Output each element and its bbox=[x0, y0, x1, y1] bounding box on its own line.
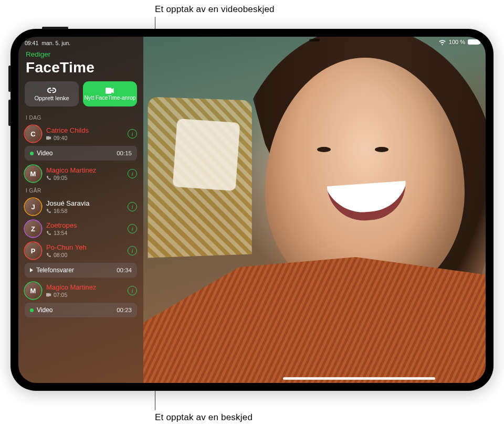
call-meta: 13:54 bbox=[46, 230, 123, 236]
action-buttons-row: Opprett lenke Nytt FaceTime-anrop bbox=[18, 81, 143, 112]
avatar: M bbox=[25, 282, 41, 299]
play-icon bbox=[30, 268, 33, 272]
status-time: 09:41 bbox=[25, 40, 38, 46]
battery-icon bbox=[468, 39, 479, 45]
video-message-label: Video bbox=[37, 306, 113, 314]
call-row[interactable]: P Po-Chun Yeh 08:00 i bbox=[18, 240, 143, 262]
ipad-screen: 09:41 man. 5. jun. Rediger FaceTime Oppr… bbox=[18, 37, 486, 383]
multitask-pill[interactable] bbox=[309, 39, 320, 41]
status-date: man. 5. jun. bbox=[41, 40, 70, 46]
create-link-button[interactable]: Opprett lenke bbox=[25, 81, 79, 106]
unread-dot-icon bbox=[30, 152, 34, 155]
callout-audio-message: Et opptak av en beskjed bbox=[155, 412, 253, 423]
status-bar-left: 09:41 man. 5. jun. bbox=[18, 37, 143, 46]
video-icon bbox=[46, 293, 51, 297]
battery-label: 100 % bbox=[449, 39, 465, 45]
video-message-label: Video bbox=[37, 150, 113, 157]
volume-up-button bbox=[8, 66, 11, 92]
info-button[interactable]: i bbox=[128, 169, 137, 178]
status-bar-right: 100 % bbox=[438, 39, 479, 45]
preview-eye bbox=[375, 147, 388, 152]
volume-down-button bbox=[8, 100, 11, 126]
call-time: 09:05 bbox=[54, 175, 67, 181]
call-time: 16:58 bbox=[54, 208, 67, 214]
phone-icon bbox=[46, 209, 51, 213]
facetime-sidebar: 09:41 man. 5. jun. Rediger FaceTime Oppr… bbox=[18, 37, 143, 383]
phone-icon bbox=[46, 176, 51, 180]
power-button bbox=[42, 27, 68, 29]
new-facetime-button[interactable]: Nytt FaceTime-anrop bbox=[83, 81, 137, 106]
info-button[interactable]: i bbox=[128, 246, 137, 255]
call-row[interactable]: C Catrice Childs 09:40 i bbox=[18, 123, 143, 145]
avatar: J bbox=[25, 198, 41, 215]
voicemail-duration: 00:34 bbox=[117, 267, 132, 273]
call-time: 13:54 bbox=[54, 230, 67, 236]
call-row[interactable]: J Josué Saravia 16:58 i bbox=[18, 196, 143, 218]
call-name: Zoetropes bbox=[46, 221, 123, 229]
call-meta: 09:40 bbox=[46, 135, 123, 141]
video-icon bbox=[46, 136, 51, 140]
call-row[interactable]: M Magico Martinez 07:05 i bbox=[18, 280, 143, 302]
video-message-duration: 00:23 bbox=[117, 307, 132, 313]
avatar: Z bbox=[25, 220, 41, 237]
call-name: Magico Martinez bbox=[46, 283, 123, 291]
call-time: 08:00 bbox=[54, 252, 67, 258]
camera-preview: 100 % bbox=[143, 37, 486, 383]
call-row[interactable]: M Magico Martinez 09:05 i bbox=[18, 163, 143, 185]
page-title: FaceTime bbox=[18, 58, 143, 81]
call-meta: 07:05 bbox=[46, 292, 123, 298]
wifi-icon bbox=[438, 39, 446, 45]
phone-icon bbox=[46, 231, 51, 235]
callout-video-message: Et opptak av en videobeskjed bbox=[155, 4, 275, 15]
call-time: 09:40 bbox=[54, 135, 67, 141]
ipad-device-frame: 09:41 man. 5. jun. Rediger FaceTime Oppr… bbox=[10, 29, 494, 391]
call-meta: 08:00 bbox=[46, 252, 123, 258]
video-icon bbox=[106, 87, 114, 94]
info-button[interactable]: i bbox=[128, 286, 137, 295]
create-link-label: Opprett lenke bbox=[34, 95, 69, 101]
preview-cushion bbox=[173, 119, 240, 191]
call-meta: 09:05 bbox=[46, 175, 123, 181]
info-button[interactable]: i bbox=[128, 129, 137, 138]
call-name: Magico Martinez bbox=[46, 166, 123, 174]
edit-button[interactable]: Rediger bbox=[18, 46, 143, 58]
preview-eye bbox=[317, 147, 331, 152]
phone-icon bbox=[46, 253, 51, 257]
video-message-duration: 00:15 bbox=[117, 150, 132, 156]
call-name: Josué Saravia bbox=[46, 199, 123, 207]
call-name: Po-Chun Yeh bbox=[46, 243, 123, 251]
call-time: 07:05 bbox=[54, 292, 67, 298]
section-yesterday-header: I GÅR bbox=[18, 185, 143, 196]
video-message-chip[interactable]: Video 00:15 bbox=[25, 146, 137, 161]
avatar: P bbox=[25, 242, 41, 259]
voicemail-label: Telefonsvarer bbox=[36, 266, 113, 274]
home-indicator[interactable] bbox=[283, 377, 435, 380]
avatar: C bbox=[25, 125, 41, 142]
video-message-chip[interactable]: Video 00:23 bbox=[25, 303, 137, 317]
avatar: M bbox=[25, 165, 41, 182]
info-button[interactable]: i bbox=[128, 224, 137, 233]
call-row[interactable]: Z Zoetropes 13:54 i bbox=[18, 218, 143, 240]
new-facetime-label: Nytt FaceTime-anrop bbox=[84, 95, 135, 101]
call-name: Catrice Childs bbox=[46, 126, 123, 134]
info-button[interactable]: i bbox=[128, 202, 137, 211]
voicemail-chip[interactable]: Telefonsvarer 00:34 bbox=[25, 263, 137, 277]
section-today-header: I DAG bbox=[18, 112, 143, 123]
unread-dot-icon bbox=[30, 308, 34, 312]
link-icon bbox=[47, 87, 56, 94]
call-meta: 16:58 bbox=[46, 208, 123, 214]
